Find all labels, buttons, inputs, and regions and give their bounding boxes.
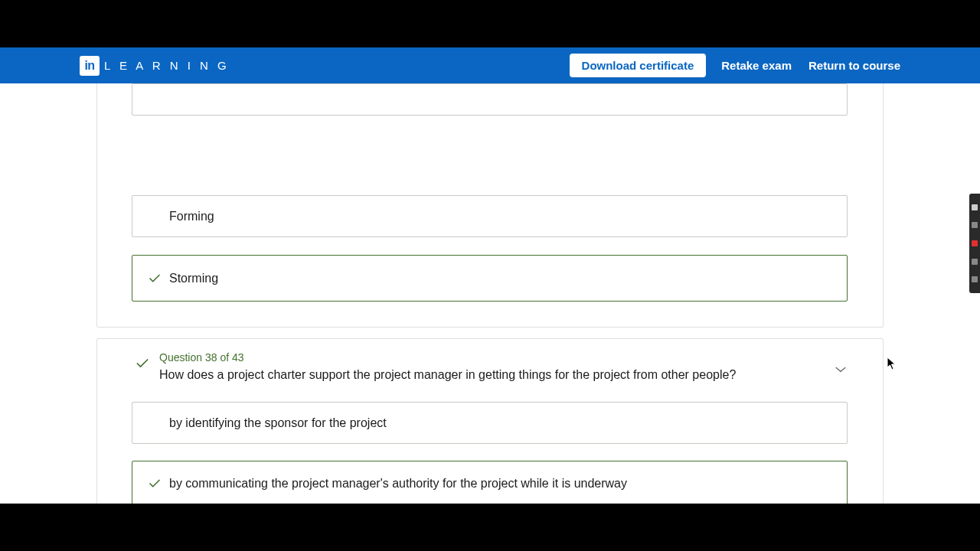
answer-text: Forming [169,210,831,223]
ext-icon[interactable] [972,276,978,282]
ext-icon[interactable] [972,222,978,228]
answer-option-forming[interactable]: Forming [132,195,848,237]
linkedin-in-icon: in [80,56,100,76]
answer-option[interactable] [132,83,848,116]
checkmark-icon [148,272,165,285]
ext-icon[interactable] [972,204,978,210]
answer-text: by communicating the project manager's a… [169,477,831,491]
ext-icon[interactable] [972,259,978,265]
answer-option-storming[interactable]: Storming [132,255,848,302]
question-number: Question 38 of 43 [159,351,736,364]
content-area: Forming Storming Question 38 of 43 How d… [0,83,980,504]
download-certificate-button[interactable]: Download certificate [570,54,707,77]
chevron-down-icon[interactable] [833,362,848,380]
browser-extension-sidebar[interactable] [969,194,980,293]
checkmark-icon [148,477,165,491]
answer-option-authority[interactable]: by communicating the project manager's a… [132,461,848,504]
question-text: How does a project charter support the p… [159,368,736,382]
letterbox-bottom [0,504,980,551]
letterbox-top [0,0,980,47]
return-to-course-button[interactable]: Return to course [808,59,900,72]
answer-text: by identifying the sponsor for the proje… [169,416,831,430]
ext-icon[interactable] [972,240,978,246]
logo[interactable]: in L E A R N I N G [80,56,230,76]
learning-wordmark: L E A R N I N G [104,59,230,72]
question-correct-icon [135,356,150,374]
retake-exam-button[interactable]: Retake exam [721,59,792,72]
top-nav: in L E A R N I N G Download certificate … [0,47,980,83]
answer-option-sponsor[interactable]: by identifying the sponsor for the proje… [132,402,848,444]
answer-text: Storming [169,272,831,285]
question-header: Question 38 of 43 How does a project cha… [135,351,870,382]
